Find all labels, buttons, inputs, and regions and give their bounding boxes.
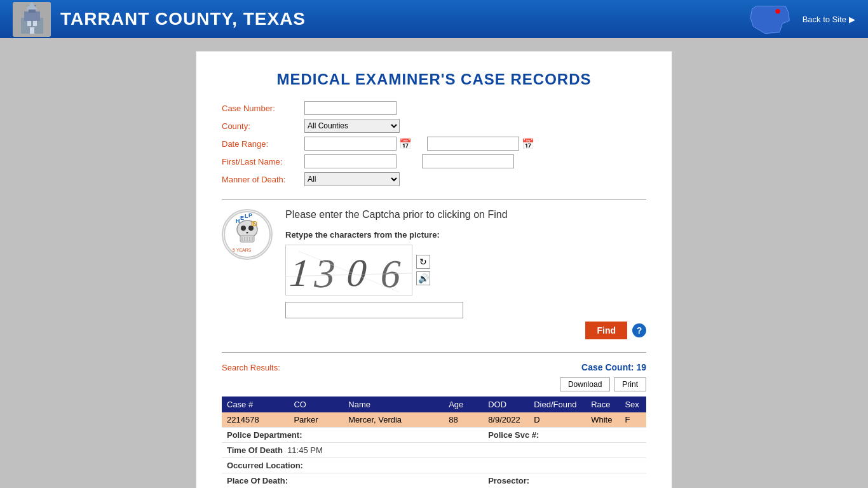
svg-text:6: 6 <box>380 252 402 295</box>
county-label: County: <box>222 121 304 131</box>
col-co: CO <box>288 396 343 412</box>
results-divider <box>222 352 646 353</box>
captcha-refresh-button[interactable]: ↻ <box>416 255 430 269</box>
case-count-label: Case Count: <box>581 362 634 372</box>
svg-marker-3 <box>26 2 37 10</box>
captcha-image: 1 3 0 6 <box>285 245 412 295</box>
svg-point-8 <box>775 9 780 13</box>
last-name-input[interactable] <box>422 154 514 168</box>
name-inputs <box>304 154 514 168</box>
results-label: Search Results: <box>222 363 280 372</box>
prosector-cell: Prosector: <box>483 473 646 489</box>
police-dept-label: Police Department: <box>227 430 302 440</box>
col-died-found: Died/Found <box>529 396 586 412</box>
case-number-input[interactable] <box>304 101 397 115</box>
captcha-audio-button[interactable]: 🔊 <box>416 271 430 285</box>
svg-text:0: 0 <box>346 251 368 294</box>
cell-sex: F <box>620 412 646 428</box>
helpid-logo: ID H E L P 5 YEARS <box>222 209 273 260</box>
calendar-to-icon[interactable]: 📅 <box>522 138 534 150</box>
manner-select[interactable]: All Natural Accident Homicide Suicide Un… <box>304 172 400 186</box>
police-svc-cell: Police Svc #: <box>483 428 646 443</box>
results-buttons: Download Print <box>222 377 646 391</box>
cell-name: Mercer, Verdia <box>343 412 444 428</box>
cell-race: White <box>586 412 620 428</box>
time-right-cell <box>483 443 646 458</box>
content-box: MEDICAL EXAMINER'S CASE RECORDS Case Num… <box>196 51 672 488</box>
svg-text:ID: ID <box>251 220 257 227</box>
name-row: First/Last Name: <box>222 154 646 168</box>
calendar-from-icon[interactable]: 📅 <box>399 138 412 150</box>
case-count: Case Count: 19 <box>581 362 646 372</box>
detail-row-police: Police Department: Police Svc #: <box>222 428 646 443</box>
captcha-retype-label: Retype the characters from the picture: <box>285 230 646 240</box>
occurred-cell: Occurred Location: <box>222 458 646 473</box>
table-row: 2214578 Parker Mercer, Verdia 88 8/9/202… <box>222 412 646 428</box>
col-case-num: Case # <box>222 396 288 412</box>
results-section: Search Results: Case Count: 19 Download … <box>222 362 646 488</box>
police-svc-label: Police Svc #: <box>488 430 539 440</box>
site-header: TARRANT COUNTY, TEXAS Back to Site ▶ <box>0 0 868 38</box>
manner-row: Manner of Death: All Natural Accident Ho… <box>222 172 646 186</box>
svg-text:5 YEARS: 5 YEARS <box>233 248 252 252</box>
time-label: Time Of Death <box>227 445 283 455</box>
find-button[interactable]: Find <box>585 322 627 339</box>
place-of-death-cell: Place Of Death: <box>222 473 483 489</box>
first-name-input[interactable] <box>304 154 397 168</box>
svg-point-12 <box>241 226 246 231</box>
download-button[interactable]: Download <box>560 377 610 391</box>
svg-rect-4 <box>27 21 31 26</box>
cell-dod: 8/9/2022 <box>483 412 529 428</box>
time-value: 11:45 PM <box>287 445 323 455</box>
col-age: Age <box>444 396 483 412</box>
prosector-label: Prosector: <box>488 476 529 485</box>
place-label: Place Of Death: <box>227 476 288 485</box>
svg-text:P: P <box>248 212 252 219</box>
site-title: TARRANT COUNTY, TEXAS <box>60 9 306 29</box>
captcha-text-input[interactable] <box>285 302 463 318</box>
detail-row-place: Place Of Death: Prosector: <box>222 473 646 489</box>
name-label: First/Last Name: <box>222 157 304 166</box>
date-range-label: Date Range: <box>222 139 304 149</box>
svg-rect-6 <box>30 27 34 34</box>
page-title: MEDICAL EXAMINER'S CASE RECORDS <box>222 71 646 88</box>
county-row: County: All Counties Tarrant Parker Dent… <box>222 119 646 133</box>
texas-map <box>745 3 796 35</box>
captcha-content: Please enter the Captcha prior to clicki… <box>285 209 646 339</box>
print-button[interactable]: Print <box>614 377 646 391</box>
col-dod: DOD <box>483 396 529 412</box>
svg-rect-1 <box>24 11 40 21</box>
help-icon-button[interactable]: ? <box>632 323 646 337</box>
captcha-section: ID H E L P 5 YEARS Please enter the Capt… <box>222 209 646 339</box>
date-range-inputs: 📅 📅 <box>304 137 534 151</box>
svg-text:1: 1 <box>288 251 311 294</box>
cell-died-found: D <box>529 412 586 428</box>
col-sex: Sex <box>620 396 646 412</box>
case-number-label: Case Number: <box>222 104 304 113</box>
county-select[interactable]: All Counties Tarrant Parker Denton Johns… <box>304 119 400 133</box>
captcha-controls: ↻ 🔊 <box>416 255 430 285</box>
refresh-icon: ↻ <box>419 257 427 267</box>
col-race: Race <box>586 396 620 412</box>
captcha-prompt: Please enter the Captcha prior to clicki… <box>285 209 646 220</box>
police-dept-cell: Police Department: <box>222 428 483 443</box>
manner-label: Manner of Death: <box>222 175 304 184</box>
county-logo <box>13 2 51 37</box>
search-form: Case Number: County: All Counties Tarran… <box>222 101 646 186</box>
results-header: Search Results: Case Count: 19 <box>222 362 646 372</box>
table-header-row: Case # CO Name Age DOD Died/Found Race S… <box>222 396 646 412</box>
results-table: Case # CO Name Age DOD Died/Found Race S… <box>222 396 646 488</box>
svg-text:3: 3 <box>313 251 336 295</box>
col-name: Name <box>343 396 444 412</box>
find-row: Find ? <box>285 322 646 339</box>
back-to-site-link[interactable]: Back to Site ▶ <box>803 15 855 24</box>
detail-row-occurred: Occurred Location: <box>222 458 646 473</box>
detail-row-time: Time Of Death 11:45 PM <box>222 443 646 458</box>
date-from-input[interactable] <box>304 137 397 151</box>
date-to-input[interactable] <box>427 137 519 151</box>
cell-co: Parker <box>288 412 343 428</box>
back-link-text: Back to Site <box>803 15 846 24</box>
case-count-value: 19 <box>636 362 646 372</box>
date-to-wrapper: 📅 <box>427 137 534 151</box>
cell-case-num: 2214578 <box>222 412 288 428</box>
